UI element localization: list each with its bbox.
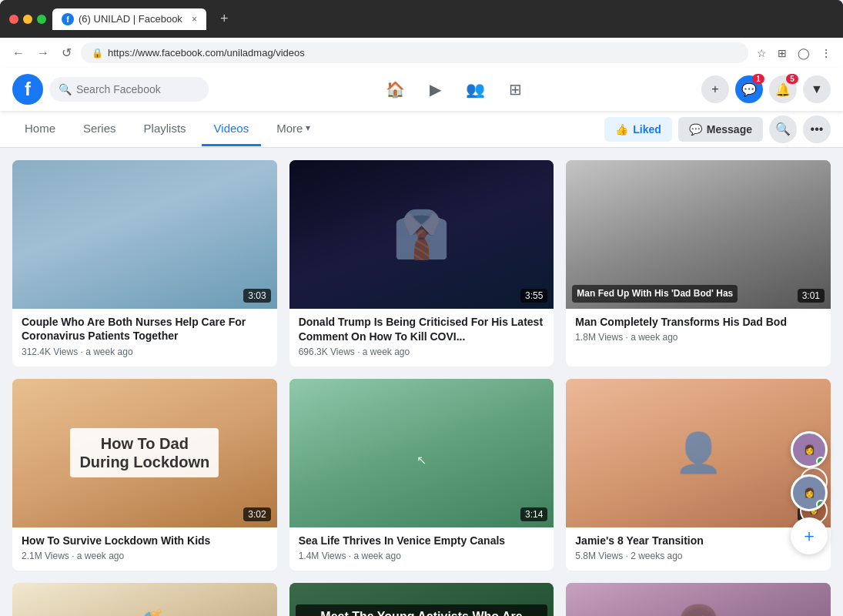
video-card-v2[interactable]: 👔 3:55 Donald Trump Is Being Criticised … bbox=[289, 160, 554, 367]
browser-titlebar: f (6) UNILAD | Facebook × + bbox=[0, 0, 843, 38]
video-card-v5[interactable]: ↖ 3:14 Sea Life Thrives In Venice Empty … bbox=[289, 379, 554, 571]
video-grid: 3:03 Couple Who Are Both Nurses Help Car… bbox=[12, 160, 831, 616]
extensions-icon[interactable]: ⊞ bbox=[775, 45, 789, 62]
video-info-v1: Couple Who Are Both Nurses Help Care For… bbox=[12, 309, 277, 366]
home-nav-icon[interactable]: 🏠 bbox=[376, 71, 413, 108]
thumb-inner-v2: 👔 bbox=[289, 160, 554, 309]
video-card-v9[interactable]: 👩 bbox=[566, 583, 831, 616]
video-duration-v3: 3:01 bbox=[798, 289, 825, 303]
search-page-button[interactable]: 🔍 bbox=[769, 116, 797, 143]
account-menu-button[interactable]: ▼ bbox=[803, 75, 831, 103]
online-indicator-2 bbox=[816, 500, 825, 509]
message-button[interactable]: 💬 Message bbox=[678, 117, 763, 142]
nav-more[interactable]: More ▾ bbox=[264, 112, 323, 146]
video-title-v1: Couple Who Are Both Nurses Help Care For… bbox=[22, 315, 268, 343]
video-meta-v1: 312.4K Views · a week ago bbox=[22, 346, 268, 357]
page-nav: Home Series Playlists Videos More ▾ 👍 Li… bbox=[0, 111, 843, 148]
thumbs-up-icon: 👍 bbox=[615, 123, 628, 136]
video-title-v2: Donald Trump Is Being Criticised For His… bbox=[299, 315, 545, 343]
search-box[interactable]: 🔍 bbox=[49, 77, 209, 102]
video-thumbnail-v5: ↖ 3:14 bbox=[289, 379, 554, 527]
floating-chat: 👩 👩 ＋ bbox=[791, 431, 828, 554]
more-dropdown-arrow: ▾ bbox=[306, 122, 310, 133]
video-duration-v1: 3:03 bbox=[243, 289, 270, 303]
back-button[interactable]: ← bbox=[9, 43, 28, 63]
thumb-inner-v5 bbox=[289, 379, 554, 527]
plus-circle-icon: ＋ bbox=[801, 524, 818, 547]
video-thumbnail-v7: 🍼 bbox=[12, 583, 277, 616]
video-meta-v3: 1.8M Views · a week ago bbox=[575, 332, 821, 343]
video-card-v3[interactable]: Man Fed Up With His 'Dad Bod' Has 3:01 M… bbox=[566, 160, 831, 367]
fb-header: f 🔍 🏠 ▶ 👥 ⊞ + 💬 1 🔔 5 ▼ bbox=[0, 68, 843, 111]
url-text: https://www.facebook.com/uniladmag/video… bbox=[108, 47, 305, 59]
video-card-v7[interactable]: 🍼 bbox=[12, 583, 277, 616]
tab-title: (6) UNILAD | Facebook bbox=[79, 13, 182, 25]
video-thumbnail-v8: Meet The Young Activists Who Are Fightin… bbox=[289, 583, 554, 616]
fb-logo[interactable]: f bbox=[12, 74, 43, 105]
reload-button[interactable]: ↺ bbox=[59, 42, 75, 63]
search-page-icon: 🔍 bbox=[775, 122, 791, 136]
close-dot[interactable] bbox=[9, 15, 18, 24]
video-title-v3: Man Completely Transforms His Dad Bod bbox=[575, 315, 821, 329]
menu-icon[interactable]: ⋮ bbox=[818, 45, 834, 62]
browser-dots bbox=[9, 15, 46, 24]
nav-videos[interactable]: Videos bbox=[202, 112, 262, 146]
video-info-v4: How To Survive Lockdown With Kids 2.1M V… bbox=[12, 527, 277, 571]
watch-nav-icon[interactable]: ▶ bbox=[416, 71, 453, 108]
marketplace-nav-icon[interactable]: ⊞ bbox=[497, 71, 534, 108]
browser-toolbar: ☆ ⊞ ◯ ⋮ bbox=[754, 45, 834, 62]
video-duration-v4: 3:02 bbox=[243, 507, 270, 521]
online-indicator bbox=[816, 457, 825, 466]
new-tab-button[interactable]: + bbox=[212, 6, 236, 32]
friends-nav-icon[interactable]: 👥 bbox=[457, 71, 493, 108]
notifications-button[interactable]: 🔔 5 bbox=[769, 75, 797, 103]
facebook-app: f 🔍 🏠 ▶ 👥 ⊞ + 💬 1 🔔 5 ▼ bbox=[0, 68, 843, 616]
video-meta-v5: 1.4M Views · a week ago bbox=[299, 551, 545, 561]
video-meta-v6: 5.8M Views · 2 weeks ago bbox=[575, 551, 821, 561]
video-thumbnail-v9: 👩 bbox=[566, 583, 831, 616]
address-bar[interactable]: 🔒 https://www.facebook.com/uniladmag/vid… bbox=[81, 42, 748, 63]
video-info-v3: Man Completely Transforms His Dad Bod 1.… bbox=[566, 309, 831, 352]
thumb-inner-v3: Man Fed Up With His 'Dad Bod' Has bbox=[566, 160, 831, 309]
video-duration-v2: 3:55 bbox=[520, 289, 547, 303]
liked-button[interactable]: 👍 Liked bbox=[604, 117, 672, 142]
nav-series[interactable]: Series bbox=[71, 112, 129, 146]
messenger-btn-icon: 💬 bbox=[689, 123, 702, 136]
chat-avatar-2[interactable]: 👩 bbox=[791, 474, 828, 511]
search-icon: 🔍 bbox=[59, 83, 72, 95]
video-info-v5: Sea Life Thrives In Venice Empty Canals … bbox=[289, 527, 554, 571]
video-card-v4[interactable]: How To DadDuring Lockdown 3:02 How To Su… bbox=[12, 379, 277, 571]
video-grid-container: 3:03 Couple Who Are Both Nurses Help Car… bbox=[0, 148, 843, 616]
browser-addressbar: ← → ↺ 🔒 https://www.facebook.com/uniladm… bbox=[0, 38, 843, 68]
fb-header-right: + 💬 1 🔔 5 ▼ bbox=[701, 75, 831, 103]
video-thumbnail-v3: Man Fed Up With His 'Dad Bod' Has 3:01 bbox=[566, 160, 831, 309]
video-card-v1[interactable]: 3:03 Couple Who Are Both Nurses Help Car… bbox=[12, 160, 277, 367]
video-meta-v2: 696.3K Views · a week ago bbox=[299, 346, 545, 357]
browser-tab[interactable]: f (6) UNILAD | Facebook × bbox=[52, 8, 206, 30]
facebook-favicon: f bbox=[62, 13, 74, 25]
minimize-dot[interactable] bbox=[23, 15, 32, 24]
video-title-v6: Jamie's 8 Year Transition bbox=[575, 534, 821, 547]
notifications-badge: 5 bbox=[786, 74, 798, 84]
thumb-inner-v1 bbox=[12, 160, 277, 309]
nav-playlists[interactable]: Playlists bbox=[132, 112, 199, 146]
new-chat-button[interactable]: ＋ bbox=[791, 517, 828, 554]
maximize-dot[interactable] bbox=[37, 15, 46, 24]
profile-icon[interactable]: ◯ bbox=[795, 45, 812, 62]
more-options-button[interactable]: ••• bbox=[803, 116, 831, 143]
ellipsis-icon: ••• bbox=[811, 122, 824, 136]
chat-avatar-1[interactable]: 👩 bbox=[791, 431, 828, 468]
video-card-v8[interactable]: Meet The Young Activists Who Are Fightin… bbox=[289, 583, 554, 616]
nav-home[interactable]: Home bbox=[12, 112, 68, 146]
video-title-v4: How To Survive Lockdown With Kids bbox=[22, 534, 268, 547]
messenger-button[interactable]: 💬 1 bbox=[735, 75, 763, 103]
tab-close-button[interactable]: × bbox=[192, 14, 197, 25]
search-input[interactable] bbox=[76, 83, 199, 95]
plus-icon: + bbox=[711, 82, 718, 96]
video-title-v5: Sea Life Thrives In Venice Empty Canals bbox=[299, 534, 545, 547]
chevron-down-icon: ▼ bbox=[811, 82, 823, 96]
forward-button[interactable]: → bbox=[34, 43, 52, 63]
video-thumbnail-v1: 3:03 bbox=[12, 160, 277, 309]
add-button[interactable]: + bbox=[701, 75, 729, 103]
bookmark-icon[interactable]: ☆ bbox=[754, 45, 769, 62]
